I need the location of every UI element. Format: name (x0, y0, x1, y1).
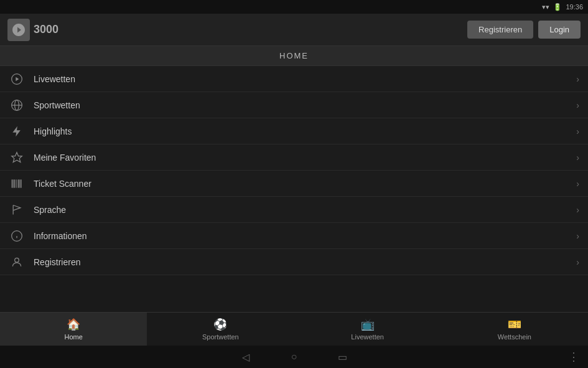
nav-bar: HOME (0, 46, 588, 66)
menu-icon-ticket-scanner (9, 176, 25, 192)
registrieren-button[interactable]: Registrieren (467, 21, 533, 39)
back-button[interactable]: ◁ (237, 351, 254, 362)
bottom-nav: 🏠 Home ⚽ Sportwetten 📺 Livewetten 🎫 Wett… (0, 312, 588, 346)
home-button[interactable]: ○ (286, 351, 303, 362)
bottom-nav-icon-livewetten: 📺 (361, 318, 375, 331)
menu-label-registrieren: Registrieren (34, 257, 576, 267)
menu-chevron-highlights: › (576, 126, 579, 136)
bottom-nav-livewetten[interactable]: 📺 Livewetten (294, 313, 441, 346)
menu-item-ticket-scanner[interactable]: Ticket Scanner › (0, 171, 588, 197)
menu-icon-registrieren (9, 254, 25, 270)
menu-item-sprache[interactable]: Sprache › (0, 197, 588, 223)
menu-label-sportwetten: Sportwetten (34, 100, 576, 110)
bottom-nav-icon-sportwetten: ⚽ (213, 318, 227, 331)
logo-area: 3000 (7, 19, 467, 41)
time-display: 19:36 (566, 3, 583, 11)
logo-text: 3000 (34, 23, 58, 36)
menu-chevron-sprache: › (576, 205, 579, 215)
menu-label-ticket-scanner: Ticket Scanner (34, 179, 576, 189)
top-header: 3000 Registrieren Login (0, 14, 588, 46)
dots-menu[interactable]: ⋮ (568, 350, 579, 364)
bottom-nav-icon-home: 🏠 (67, 318, 80, 331)
recent-button[interactable]: ▭ (334, 351, 352, 362)
menu-label-livewetten: Livewetten (34, 74, 576, 84)
menu-icon-meine-favoriten (9, 149, 25, 166)
svg-rect-10 (18, 179, 19, 187)
svg-rect-12 (21, 179, 22, 187)
svg-marker-5 (12, 152, 22, 162)
menu-item-highlights[interactable]: Highlights › (0, 118, 588, 144)
battery-icon: 🔋 (553, 3, 562, 11)
menu-icon-sprache (9, 202, 25, 218)
bottom-nav-label-sportwetten: Sportwetten (202, 333, 239, 341)
menu-icon-sportwetten (9, 97, 25, 113)
menu-list: Livewetten › Sportwetten › Highlights › … (0, 66, 588, 275)
menu-icon-livewetten (9, 71, 25, 87)
menu-item-informationen[interactable]: Informationen › (0, 223, 588, 249)
svg-rect-9 (16, 179, 17, 187)
system-nav: ◁ ○ ▭ ⋮ (0, 346, 588, 368)
bottom-nav-sportwetten[interactable]: ⚽ Sportwetten (147, 313, 294, 346)
menu-chevron-sportwetten: › (576, 100, 579, 110)
menu-chevron-registrieren: › (576, 257, 579, 267)
logo-icon (7, 19, 30, 41)
svg-rect-11 (19, 179, 20, 187)
menu-label-meine-favoriten: Meine Favoriten (34, 153, 576, 163)
svg-rect-6 (12, 179, 13, 187)
bottom-nav-label-home: Home (64, 333, 82, 341)
bottom-nav-label-livewetten: Livewetten (351, 333, 384, 341)
login-button[interactable]: Login (538, 21, 581, 39)
bottom-nav-wettschein[interactable]: 🎫 Wettschein (441, 313, 588, 346)
menu-icon-highlights (9, 123, 25, 139)
menu-icon-informationen (9, 228, 25, 244)
menu-label-highlights: Highlights (34, 126, 576, 136)
status-bar: ▾▾ 🔋 19:36 (0, 0, 588, 14)
svg-point-17 (15, 258, 19, 262)
menu-chevron-informationen: › (576, 231, 579, 241)
nav-bar-title: HOME (279, 51, 309, 60)
menu-item-registrieren[interactable]: Registrieren › (0, 249, 588, 275)
menu-label-sprache: Sprache (34, 205, 576, 215)
bottom-nav-label-wettschein: Wettschein (498, 333, 531, 341)
menu-item-sportwetten[interactable]: Sportwetten › (0, 92, 588, 118)
header-buttons: Registrieren Login (467, 21, 581, 39)
svg-rect-7 (13, 179, 14, 187)
menu-item-meine-favoriten[interactable]: Meine Favoriten › (0, 144, 588, 171)
svg-marker-1 (16, 77, 19, 81)
menu-chevron-meine-favoriten: › (576, 153, 579, 163)
bottom-nav-icon-wettschein: 🎫 (508, 318, 521, 331)
wifi-icon: ▾▾ (542, 3, 549, 11)
menu-label-informationen: Informationen (34, 231, 576, 241)
menu-item-livewetten[interactable]: Livewetten › (0, 66, 588, 92)
menu-chevron-ticket-scanner: › (576, 179, 579, 189)
svg-rect-8 (14, 179, 16, 187)
bottom-nav-home[interactable]: 🏠 Home (0, 313, 147, 346)
menu-chevron-livewetten: › (576, 74, 579, 84)
